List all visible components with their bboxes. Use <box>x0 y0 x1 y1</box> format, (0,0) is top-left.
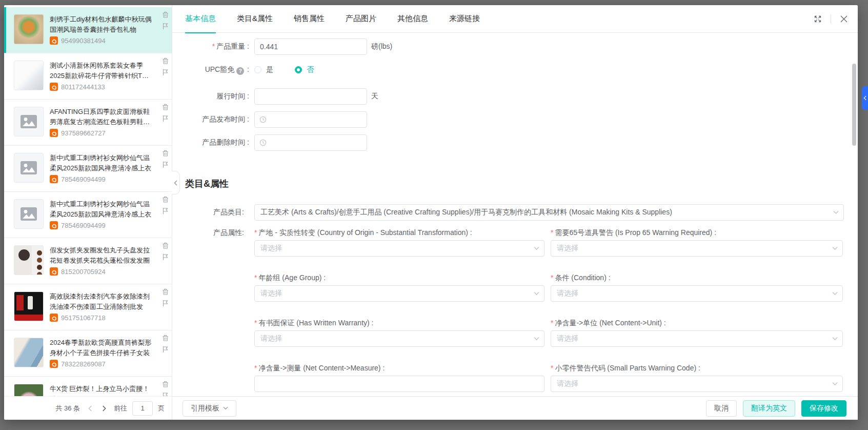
cancel-button[interactable]: 取消 <box>706 400 737 417</box>
page-number-input[interactable] <box>132 401 153 416</box>
chevron-down-icon <box>534 337 539 341</box>
product-title: 新中式重工刺绣衬衫女网纱仙气温柔风2025新款国风禅意清冷感上衣 <box>50 153 154 173</box>
attr-select-country-of-origin[interactable]: 请选择 <box>254 240 544 257</box>
category-value: 工艺美术 (Arts & Crafts)/创意手工用品 (Creative Cr… <box>260 208 672 217</box>
side-helper-tab[interactable] <box>862 86 868 110</box>
attr-label: 小零件警告代码 (Small Parts Warning Code) : <box>555 364 700 372</box>
field-label: UPC豁免 <box>205 65 235 73</box>
list-item[interactable]: 测试小清新休闲韩系套装女春季2025新款碎花牛仔背带裤针织T恤两件... 801… <box>4 53 172 100</box>
list-item[interactable]: 新中式重工刺绣衬衫女网纱仙气温柔风2025新款国风禅意清冷感上衣 7854690… <box>4 146 172 192</box>
tab-category-attributes[interactable]: 类目&属性 <box>237 5 273 33</box>
attr-label: 净含量->单位 (Net Content->Unit) : <box>555 319 665 327</box>
product-title: 高效脱漆剂去漆剂汽车多效除漆剂洗油漆不伤漆面工业清除剂批发 <box>50 291 154 311</box>
list-item[interactable]: 2024春季新款欧货高腰直筒裤梨形身材小个子蓝色拼接牛仔裤子女装 7832282… <box>4 330 172 377</box>
product-thumbnail <box>14 291 44 321</box>
list-item[interactable]: AFANTING日系四季款皮面滑板鞋男薄底复古潮流酒红色板鞋男鞋15... 93… <box>4 100 172 146</box>
use-template-button[interactable]: 引用模板 <box>183 400 236 417</box>
delete-icon[interactable] <box>162 150 169 157</box>
delete-icon[interactable] <box>162 335 169 341</box>
product-sidebar: 刺绣手工diy材料包水麒麟中秋玩偶国潮风瑞兽香囊挂件香包礼物 954990381… <box>4 5 172 420</box>
product-category-select[interactable]: 工艺美术 (Arts & Crafts)/创意手工用品 (Creative Cr… <box>254 204 844 221</box>
flag-icon[interactable] <box>162 300 169 306</box>
source-site-icon <box>50 314 58 322</box>
prev-page-icon[interactable] <box>85 404 94 413</box>
attr-select-written-warranty[interactable]: 请选择 <box>254 330 544 347</box>
field-label: 履行时间 : <box>216 92 249 100</box>
chevron-down-icon <box>832 291 838 296</box>
radio-icon <box>295 66 302 73</box>
tab-basic-info[interactable]: 基本信息 <box>185 5 216 33</box>
list-item[interactable]: 新中式重工刺绣衬衫女网纱仙气温柔风2025新款国风禅意清冷感上衣 7854690… <box>4 192 172 238</box>
image-placeholder-icon <box>20 207 37 221</box>
field-label: 产品重量 : <box>216 42 249 50</box>
list-item[interactable]: 牛X货 巨炸裂！上身立马小蛮腰！粉 <box>4 377 172 396</box>
product-thumbnail-placeholder <box>14 153 44 183</box>
source-site-icon <box>50 360 58 368</box>
tab-other-info[interactable]: 其他信息 <box>397 5 428 33</box>
product-title: 假发女抓夹发圈发包丸子头盘发拉花短卷发抓夹花苞头蓬松假发发圈 <box>50 245 154 265</box>
delete-icon[interactable] <box>162 196 169 203</box>
attr-select-small-parts-warning[interactable]: 请选择 <box>551 376 843 392</box>
product-edit-modal: 刺绣手工diy材料包水麒麟中秋玩偶国潮风瑞兽香囊挂件香包礼物 954990381… <box>4 5 858 420</box>
days-unit-label: 天 <box>371 92 378 101</box>
fullscreen-icon[interactable] <box>812 13 823 25</box>
goto-label: 前往 <box>114 404 127 413</box>
flag-icon[interactable] <box>162 392 169 396</box>
delete-icon[interactable] <box>162 104 169 110</box>
delete-icon[interactable] <box>162 242 169 249</box>
save-changes-button[interactable]: 保存修改 <box>801 400 846 417</box>
tab-product-images[interactable]: 产品图片 <box>346 5 376 33</box>
attr-label: 年龄组 (Age Group) : <box>258 273 326 282</box>
publish-time-picker[interactable] <box>254 111 367 128</box>
product-id: 951751067718 <box>61 314 106 322</box>
main-panel: 基本信息 类目&属性 销售属性 产品图片 其他信息 来源链接 *产品重量 : 磅… <box>172 5 858 420</box>
tab-source-link[interactable]: 来源链接 <box>449 5 480 33</box>
source-site-icon <box>50 83 58 91</box>
list-item[interactable]: 假发女抓夹发圈发包丸子头盘发拉花短卷发抓夹花苞头蓬松假发发圈 815200705… <box>4 238 172 284</box>
product-thumbnail <box>14 338 44 367</box>
product-id: 954990381494 <box>61 37 106 45</box>
fulfillment-time-input[interactable] <box>254 88 367 105</box>
translate-to-english-button[interactable]: 翻译为英文 <box>743 400 795 417</box>
flag-icon[interactable] <box>162 346 169 353</box>
flag-icon[interactable] <box>162 161 169 168</box>
product-weight-input[interactable] <box>254 38 367 55</box>
product-thumbnail <box>14 384 44 396</box>
product-title: AFANTING日系四季款皮面滑板鞋男薄底复古潮流酒红色板鞋男鞋15... <box>50 107 154 127</box>
delete-icon[interactable] <box>162 11 169 18</box>
pagination: 共 36 条 前往 页 <box>4 396 172 420</box>
list-item[interactable]: 高效脱漆剂去漆剂汽车多效除漆剂洗油漆不伤漆面工业清除剂批发 9517510677… <box>4 284 172 330</box>
scrollbar-thumb[interactable] <box>852 64 856 146</box>
product-thumbnail <box>14 61 44 90</box>
tab-sales-attributes[interactable]: 销售属性 <box>294 5 325 33</box>
sidebar-collapse-handle[interactable] <box>172 171 180 194</box>
radio-upc-no[interactable]: 否 <box>295 65 314 74</box>
product-id: 785469094499 <box>61 222 106 229</box>
attr-select-net-content-unit[interactable]: 请选择 <box>551 330 843 347</box>
radio-upc-yes[interactable]: 是 <box>254 65 273 74</box>
product-id: 937589662727 <box>61 129 106 137</box>
chevron-down-icon <box>832 337 838 341</box>
help-icon[interactable]: ? <box>236 67 244 75</box>
product-title: 新中式重工刺绣衬衫女网纱仙气温柔风2025新款国风禅意清冷感上衣 <box>50 199 154 219</box>
flag-icon[interactable] <box>162 69 169 75</box>
attr-select-prop65-warning[interactable]: 请选择 <box>551 240 843 257</box>
divider <box>831 14 831 24</box>
product-id: 815200705924 <box>61 268 106 276</box>
close-icon[interactable] <box>838 13 850 25</box>
next-page-icon[interactable] <box>99 404 109 413</box>
delete-icon[interactable] <box>162 57 169 64</box>
flag-icon[interactable] <box>162 115 169 122</box>
delete-icon[interactable] <box>162 381 169 387</box>
flag-icon[interactable] <box>162 207 169 214</box>
attr-input-net-content-measure[interactable] <box>254 376 544 392</box>
attr-select-condition[interactable]: 请选择 <box>551 285 843 302</box>
list-item[interactable]: 刺绣手工diy材料包水麒麟中秋玩偶国潮风瑞兽香囊挂件香包礼物 954990381… <box>4 7 172 53</box>
delete-icon[interactable] <box>162 288 169 295</box>
scrollbar[interactable] <box>852 62 857 372</box>
attr-select-age-group[interactable]: 请选择 <box>254 285 544 302</box>
delete-time-picker[interactable] <box>254 134 367 151</box>
flag-icon[interactable] <box>162 253 169 260</box>
flag-icon[interactable] <box>162 23 169 29</box>
source-site-icon <box>50 129 58 137</box>
